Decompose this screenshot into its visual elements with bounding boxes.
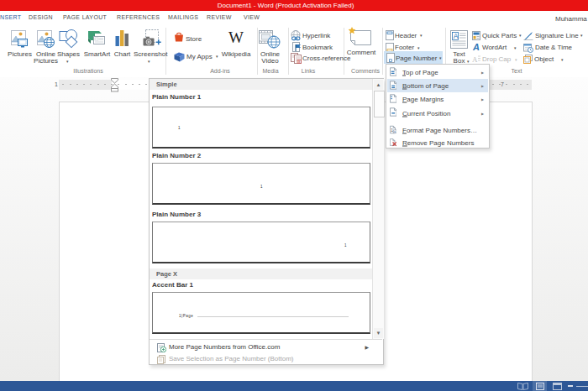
svg-text:A: A <box>454 32 459 40</box>
svg-text:1: 1 <box>391 128 393 133</box>
svg-text:A: A <box>472 55 478 64</box>
